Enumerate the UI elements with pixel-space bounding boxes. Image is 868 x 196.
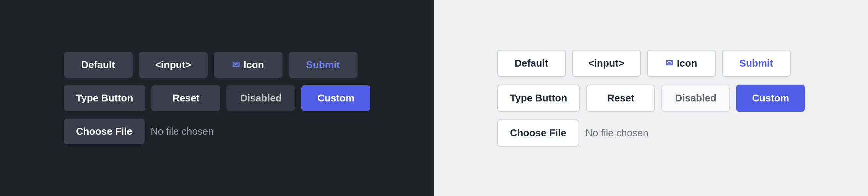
envelope-icon-light: ✉ (665, 58, 673, 69)
dark-input-button[interactable]: <input> (139, 52, 208, 78)
light-disabled-button: Disabled (661, 85, 730, 112)
dark-buttons-grid: Default <input> ✉ Icon Submit Type Butto… (64, 52, 371, 144)
light-type-button[interactable]: Type Button (497, 85, 580, 112)
light-icon-button[interactable]: ✉ Icon (647, 50, 716, 77)
dark-choose-file-button[interactable]: Choose File (64, 119, 145, 144)
light-row-1: Default <input> ✉ Icon Submit (497, 50, 805, 77)
light-default-button[interactable]: Default (497, 50, 566, 77)
dark-row-2: Type Button Reset Disabled Custom (64, 85, 371, 111)
envelope-icon: ✉ (232, 59, 240, 70)
light-reset-button[interactable]: Reset (586, 85, 655, 112)
dark-reset-button[interactable]: Reset (151, 85, 220, 111)
light-file-row: Choose File No file chosen (497, 119, 805, 147)
light-row-2: Type Button Reset Disabled Custom (497, 85, 805, 112)
dark-no-file-label: No file chosen (151, 126, 214, 137)
dark-file-input-wrapper: Choose File No file chosen (64, 119, 214, 144)
dark-disabled-button: Disabled (226, 85, 295, 111)
dark-icon-button[interactable]: ✉ Icon (214, 52, 283, 78)
dark-type-button[interactable]: Type Button (64, 85, 146, 111)
dark-submit-button[interactable]: Submit (289, 52, 358, 78)
light-file-input-wrapper: Choose File No file chosen (497, 119, 649, 147)
dark-panel: Default <input> ✉ Icon Submit Type Butto… (0, 0, 434, 196)
dark-default-button[interactable]: Default (64, 52, 133, 78)
light-buttons-grid: Default <input> ✉ Icon Submit Type Butto… (497, 50, 805, 147)
light-submit-button[interactable]: Submit (722, 50, 791, 77)
light-choose-file-button[interactable]: Choose File (497, 119, 579, 147)
light-no-file-label: No file chosen (585, 127, 649, 139)
dark-row-1: Default <input> ✉ Icon Submit (64, 52, 371, 78)
light-input-button[interactable]: <input> (572, 50, 641, 77)
dark-custom-button[interactable]: Custom (301, 85, 370, 111)
light-custom-button[interactable]: Custom (736, 85, 805, 112)
light-panel: Default <input> ✉ Icon Submit Type Butto… (434, 0, 868, 196)
dark-file-row: Choose File No file chosen (64, 119, 371, 144)
